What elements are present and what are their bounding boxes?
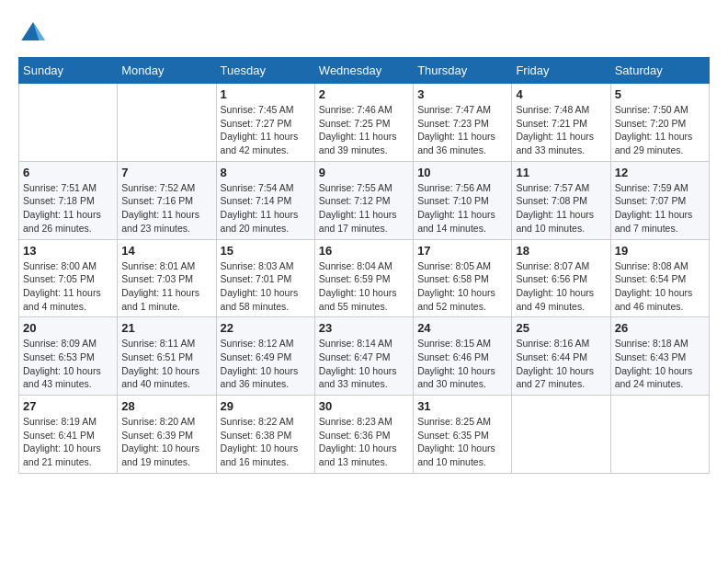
day-number: 18	[516, 244, 606, 258]
day-number: 24	[417, 321, 507, 335]
day-number: 8	[221, 166, 311, 179]
day-info: Sunrise: 8:18 AMSunset: 6:43 PMDaylight:…	[615, 337, 705, 391]
day-info: Sunrise: 7:48 AMSunset: 7:21 PMDaylight:…	[516, 103, 606, 157]
calendar-cell: 13Sunrise: 8:00 AMSunset: 7:05 PMDayligh…	[19, 239, 118, 317]
calendar-cell: 16Sunrise: 8:04 AMSunset: 6:59 PMDayligh…	[314, 239, 413, 317]
day-info: Sunrise: 8:01 AMSunset: 7:03 PMDaylight:…	[121, 259, 211, 314]
day-info: Sunrise: 8:08 AMSunset: 6:54 PMDaylight:…	[615, 259, 705, 314]
calendar-cell: 12Sunrise: 7:59 AMSunset: 7:07 PMDayligh…	[610, 161, 709, 239]
day-number: 7	[121, 166, 211, 179]
calendar-cell: 2Sunrise: 7:46 AMSunset: 7:25 PMDaylight…	[314, 84, 413, 162]
day-number: 28	[121, 399, 211, 413]
calendar-cell: 29Sunrise: 8:22 AMSunset: 6:38 PMDayligh…	[216, 396, 314, 474]
day-number: 3	[417, 87, 507, 101]
calendar-cell: 4Sunrise: 7:48 AMSunset: 7:21 PMDaylight…	[512, 84, 610, 162]
calendar-cell: 15Sunrise: 8:03 AMSunset: 7:01 PMDayligh…	[216, 239, 314, 317]
day-info: Sunrise: 7:55 AMSunset: 7:12 PMDaylight:…	[319, 181, 409, 236]
day-info: Sunrise: 8:19 AMSunset: 6:41 PMDaylight:…	[23, 415, 113, 469]
day-info: Sunrise: 8:25 AMSunset: 6:35 PMDaylight:…	[417, 415, 507, 469]
day-info: Sunrise: 7:57 AMSunset: 7:08 PMDaylight:…	[516, 181, 606, 236]
calendar-cell: 19Sunrise: 8:08 AMSunset: 6:54 PMDayligh…	[610, 239, 709, 317]
day-number: 31	[417, 399, 507, 413]
day-number: 6	[23, 166, 113, 179]
calendar-header-monday: Monday	[118, 58, 216, 84]
day-info: Sunrise: 8:07 AMSunset: 6:56 PMDaylight:…	[516, 259, 606, 314]
day-number: 12	[615, 166, 705, 179]
day-info: Sunrise: 7:50 AMSunset: 7:20 PMDaylight:…	[615, 103, 705, 157]
day-number: 25	[516, 321, 606, 335]
day-number: 26	[615, 321, 705, 335]
day-info: Sunrise: 8:22 AMSunset: 6:38 PMDaylight:…	[221, 415, 311, 469]
day-number: 16	[319, 244, 409, 258]
calendar-cell: 7Sunrise: 7:52 AMSunset: 7:16 PMDaylight…	[118, 161, 216, 239]
calendar-cell: 20Sunrise: 8:09 AMSunset: 6:53 PMDayligh…	[19, 317, 118, 396]
logo	[18, 18, 50, 48]
day-info: Sunrise: 8:12 AMSunset: 6:49 PMDaylight:…	[221, 337, 311, 391]
day-info: Sunrise: 8:14 AMSunset: 6:47 PMDaylight:…	[319, 337, 409, 391]
day-info: Sunrise: 8:16 AMSunset: 6:44 PMDaylight:…	[516, 337, 606, 391]
calendar-cell: 1Sunrise: 7:45 AMSunset: 7:27 PMDaylight…	[216, 84, 314, 162]
day-number: 14	[121, 244, 211, 258]
day-info: Sunrise: 8:03 AMSunset: 7:01 PMDaylight:…	[221, 259, 311, 314]
day-info: Sunrise: 7:59 AMSunset: 7:07 PMDaylight:…	[615, 181, 705, 236]
calendar-header-tuesday: Tuesday	[216, 58, 314, 84]
day-number: 2	[319, 87, 409, 101]
calendar-cell: 10Sunrise: 7:56 AMSunset: 7:10 PMDayligh…	[414, 161, 512, 239]
calendar-cell: 24Sunrise: 8:15 AMSunset: 6:46 PMDayligh…	[414, 317, 512, 396]
day-number: 1	[221, 87, 311, 101]
day-info: Sunrise: 8:20 AMSunset: 6:39 PMDaylight:…	[121, 415, 211, 469]
day-info: Sunrise: 8:09 AMSunset: 6:53 PMDaylight:…	[23, 337, 113, 391]
day-info: Sunrise: 8:05 AMSunset: 6:58 PMDaylight:…	[417, 259, 507, 314]
day-number: 30	[319, 399, 409, 413]
calendar-cell: 9Sunrise: 7:55 AMSunset: 7:12 PMDaylight…	[314, 161, 413, 239]
day-number: 21	[121, 321, 211, 335]
day-number: 23	[319, 321, 409, 335]
calendar-header-sunday: Sunday	[19, 58, 118, 84]
calendar-header-saturday: Saturday	[610, 58, 709, 84]
day-number: 19	[615, 244, 705, 258]
calendar-cell	[610, 396, 709, 474]
calendar-cell: 30Sunrise: 8:23 AMSunset: 6:36 PMDayligh…	[314, 396, 413, 474]
calendar-cell: 21Sunrise: 8:11 AMSunset: 6:51 PMDayligh…	[118, 317, 216, 396]
calendar-cell: 5Sunrise: 7:50 AMSunset: 7:20 PMDaylight…	[610, 84, 709, 162]
day-info: Sunrise: 8:04 AMSunset: 6:59 PMDaylight:…	[319, 259, 409, 314]
day-number: 9	[319, 166, 409, 179]
day-info: Sunrise: 7:51 AMSunset: 7:18 PMDaylight:…	[23, 181, 113, 236]
calendar-week-row: 20Sunrise: 8:09 AMSunset: 6:53 PMDayligh…	[19, 317, 710, 396]
day-info: Sunrise: 8:15 AMSunset: 6:46 PMDaylight:…	[417, 337, 507, 391]
calendar-cell: 22Sunrise: 8:12 AMSunset: 6:49 PMDayligh…	[216, 317, 314, 396]
calendar-cell: 31Sunrise: 8:25 AMSunset: 6:35 PMDayligh…	[414, 396, 512, 474]
calendar-cell: 23Sunrise: 8:14 AMSunset: 6:47 PMDayligh…	[314, 317, 413, 396]
day-number: 15	[221, 244, 311, 258]
calendar-cell: 11Sunrise: 7:57 AMSunset: 7:08 PMDayligh…	[512, 161, 610, 239]
logo-icon	[18, 18, 48, 48]
day-number: 5	[615, 87, 705, 101]
calendar-week-row: 1Sunrise: 7:45 AMSunset: 7:27 PMDaylight…	[19, 84, 710, 162]
day-number: 27	[23, 399, 113, 413]
calendar-cell: 25Sunrise: 8:16 AMSunset: 6:44 PMDayligh…	[512, 317, 610, 396]
day-number: 17	[417, 244, 507, 258]
day-info: Sunrise: 8:11 AMSunset: 6:51 PMDaylight:…	[121, 337, 211, 391]
calendar-header-wednesday: Wednesday	[314, 58, 413, 84]
calendar-cell: 8Sunrise: 7:54 AMSunset: 7:14 PMDaylight…	[216, 161, 314, 239]
calendar-header-thursday: Thursday	[414, 58, 512, 84]
page-header	[18, 18, 710, 48]
calendar: SundayMondayTuesdayWednesdayThursdayFrid…	[18, 57, 710, 474]
calendar-header-friday: Friday	[512, 58, 610, 84]
calendar-cell: 14Sunrise: 8:01 AMSunset: 7:03 PMDayligh…	[118, 239, 216, 317]
day-number: 22	[221, 321, 311, 335]
calendar-header-row: SundayMondayTuesdayWednesdayThursdayFrid…	[19, 58, 710, 84]
day-info: Sunrise: 7:47 AMSunset: 7:23 PMDaylight:…	[417, 103, 507, 157]
day-number: 10	[417, 166, 507, 179]
day-number: 29	[221, 399, 311, 413]
calendar-cell	[512, 396, 610, 474]
calendar-cell: 27Sunrise: 8:19 AMSunset: 6:41 PMDayligh…	[19, 396, 118, 474]
day-info: Sunrise: 8:00 AMSunset: 7:05 PMDaylight:…	[23, 259, 113, 314]
calendar-cell	[118, 84, 216, 162]
calendar-cell: 3Sunrise: 7:47 AMSunset: 7:23 PMDaylight…	[414, 84, 512, 162]
calendar-cell: 6Sunrise: 7:51 AMSunset: 7:18 PMDaylight…	[19, 161, 118, 239]
day-number: 13	[23, 244, 113, 258]
calendar-cell	[19, 84, 118, 162]
calendar-week-row: 13Sunrise: 8:00 AMSunset: 7:05 PMDayligh…	[19, 239, 710, 317]
day-info: Sunrise: 7:54 AMSunset: 7:14 PMDaylight:…	[221, 181, 311, 236]
